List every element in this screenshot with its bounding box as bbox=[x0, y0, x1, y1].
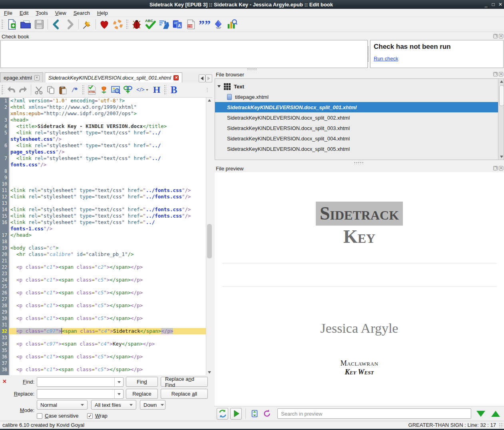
code-line[interactable]: 26 <p class="c1"><span class="c5"></span… bbox=[0, 290, 206, 296]
help-lifebuoy-icon[interactable] bbox=[112, 18, 124, 31]
replace-all-button[interactable]: Replace all bbox=[161, 389, 208, 399]
checkbox-checked-icon[interactable]: ✓ bbox=[87, 413, 93, 419]
check-book-results-list[interactable] bbox=[0, 40, 368, 68]
new-file-icon[interactable] bbox=[6, 18, 18, 31]
reload-preview-icon[interactable] bbox=[262, 408, 272, 419]
spell-check-icon[interactable]: ABC bbox=[144, 18, 157, 31]
code-line[interactable]: 7 <link rel="stylesheet" type="text/css"… bbox=[0, 155, 206, 168]
menu-edit[interactable]: Edit bbox=[16, 9, 32, 17]
close-panel-icon[interactable]: ✕ bbox=[499, 72, 503, 76]
check-book-bug-icon[interactable] bbox=[130, 18, 143, 31]
minimize-button[interactable]: _ bbox=[482, 2, 490, 7]
menu-tools[interactable]: Tools bbox=[32, 9, 51, 17]
code-line[interactable]: 31 bbox=[0, 322, 206, 328]
close-panel-icon[interactable]: ✕ bbox=[499, 166, 503, 170]
smarten-punctuation-icon[interactable]: ”” bbox=[198, 18, 211, 31]
insert-image-icon[interactable] bbox=[110, 84, 122, 96]
maximize-button[interactable]: □ bbox=[490, 2, 497, 7]
code-line[interactable]: 5 <link rel="stylesheet" type="text/css"… bbox=[0, 130, 206, 142]
files-select[interactable]: All text files bbox=[91, 400, 136, 410]
find-button[interactable]: Find bbox=[126, 377, 158, 387]
code-line[interactable]: 22 <p class="c1"><span class="c2"></span… bbox=[0, 264, 206, 270]
code-line[interactable]: 20 <hr class="calibre" id="calibre_pb_1"… bbox=[0, 251, 206, 258]
file-browser-item[interactable]: titlepage.xhtml bbox=[215, 92, 498, 102]
go-back-icon[interactable] bbox=[50, 18, 63, 31]
donate-heart-icon[interactable] bbox=[98, 18, 111, 31]
close-panel-icon[interactable]: ✕ bbox=[499, 34, 503, 38]
file-browser-item[interactable]: SidetrackKeyKINDLEVERSION.docx_split_001… bbox=[215, 102, 498, 112]
run-check-link[interactable]: Run check bbox=[374, 56, 398, 62]
undo-icon[interactable] bbox=[6, 84, 17, 96]
code-line[interactable]: 37 bbox=[0, 360, 206, 366]
code-line[interactable]: 36 <p class="c1"><span class="c5"></span… bbox=[0, 354, 206, 360]
code-line[interactable]: 35 bbox=[0, 347, 206, 354]
file-browser-item[interactable]: SidetrackKeyKINDLEVERSION.docx_split_005… bbox=[215, 144, 498, 154]
file-preview-content[interactable]: Sidetrack Key Jessica Argyle Maclawran K… bbox=[215, 172, 504, 406]
go-forward-icon[interactable] bbox=[64, 18, 76, 31]
code-editor[interactable]: 1<?xml version='1.0' encoding='utf-8'?>2… bbox=[0, 98, 212, 375]
code-line[interactable]: 38 <p class="c1"><span class="c5"></span… bbox=[0, 366, 206, 373]
replace-input[interactable] bbox=[37, 389, 124, 399]
sync-position-icon[interactable] bbox=[249, 408, 260, 419]
render-preview-button[interactable] bbox=[230, 408, 242, 420]
save-icon[interactable] bbox=[33, 18, 46, 31]
tab-split-001[interactable]: SidetrackKeyKINDLEVERSION.docx_split_001… bbox=[45, 72, 182, 82]
code-line[interactable]: 19<body class="c"> bbox=[0, 245, 206, 251]
toolbar-drag-handle[interactable] bbox=[1, 85, 4, 95]
code-line[interactable]: 28 <p class="c1"><span class="c5"></span… bbox=[0, 302, 206, 309]
bookmark-pin-icon[interactable] bbox=[81, 18, 94, 31]
wrap-checkbox[interactable]: ✓ Wrap bbox=[87, 413, 108, 419]
menu-view[interactable]: View bbox=[52, 9, 70, 17]
editor-scrollbar[interactable] bbox=[206, 98, 212, 375]
tab-close-icon[interactable]: ✕ bbox=[173, 75, 179, 80]
file-browser-item[interactable]: SidetrackKeyKINDLEVERSION.docx_split_002… bbox=[215, 112, 498, 123]
scroll-down-icon[interactable] bbox=[206, 370, 212, 375]
replace-and-find-button[interactable]: Replace and Find bbox=[161, 377, 208, 387]
tab-scroll-right-button[interactable] bbox=[205, 74, 212, 82]
beautify-html-icon[interactable]: HTML bbox=[86, 84, 98, 96]
code-line[interactable]: 24 <p class="c1"><span class="c5"></span… bbox=[0, 277, 206, 283]
code-line[interactable]: 34 <p class="c97"><span class="c4">Key</… bbox=[0, 341, 206, 347]
toolbar-drag-handle[interactable] bbox=[82, 85, 85, 95]
special-character-icon[interactable] bbox=[98, 84, 110, 96]
code-line[interactable]: 2<html xmlns="http://www.w3.org/1999/xht… bbox=[0, 104, 206, 117]
scroll-down-icon[interactable] bbox=[498, 154, 504, 160]
fix-html-icon[interactable] bbox=[157, 18, 170, 31]
menu-search[interactable]: Search bbox=[70, 9, 93, 17]
manage-fonts-icon[interactable]: TTF bbox=[185, 18, 197, 31]
file-browser-item[interactable]: SidetrackKeyKINDLEVERSION.docx_split_003… bbox=[215, 123, 498, 133]
float-panel-icon[interactable]: ❐ bbox=[493, 166, 498, 170]
direction-select[interactable]: Down bbox=[140, 400, 165, 410]
window-resize-grip[interactable] bbox=[499, 423, 504, 428]
code-line[interactable]: 15<link rel="stylesheet" type="text/css"… bbox=[0, 213, 206, 219]
cut-icon[interactable] bbox=[33, 84, 44, 96]
float-panel-icon[interactable]: ❐ bbox=[493, 34, 498, 38]
code-line[interactable]: 33 bbox=[0, 334, 206, 341]
bold-icon[interactable]: B bbox=[168, 84, 179, 96]
toolbar-drag-handle[interactable] bbox=[126, 19, 129, 30]
comment-icon[interactable]: /* bbox=[69, 84, 80, 96]
heading-icon[interactable]: H bbox=[151, 84, 162, 96]
toolbar-drag-handle[interactable] bbox=[1, 19, 4, 30]
combo-dropdown-icon[interactable] bbox=[114, 390, 123, 398]
code-line[interactable]: 29 bbox=[0, 309, 206, 315]
checkbox-icon[interactable] bbox=[37, 413, 42, 419]
code-line[interactable]: 32 <p class="c97"><span class="c4">Sidet… bbox=[0, 328, 206, 334]
code-line[interactable]: 13 bbox=[0, 200, 206, 206]
code-line[interactable]: 23 bbox=[0, 270, 206, 277]
redo-icon[interactable] bbox=[18, 84, 29, 96]
code-line[interactable]: 14<link rel="stylesheet" type="text/css"… bbox=[0, 206, 206, 213]
scroll-up-icon[interactable] bbox=[206, 98, 212, 103]
code-line[interactable]: 6 <link rel="stylesheet" type="text/css"… bbox=[0, 142, 206, 155]
auto-refresh-button[interactable] bbox=[217, 408, 228, 420]
find-input[interactable] bbox=[37, 377, 124, 387]
expand-arrow-icon[interactable] bbox=[217, 85, 221, 88]
code-line[interactable]: 18 bbox=[0, 238, 206, 245]
insert-tag-icon[interactable]: </> bbox=[134, 84, 150, 96]
close-button[interactable]: ✕ bbox=[497, 2, 504, 7]
code-line[interactable]: 10 bbox=[0, 181, 206, 187]
replace-button[interactable]: Replace bbox=[126, 389, 158, 399]
remove-unused-css-icon[interactable] bbox=[212, 18, 225, 31]
code-line[interactable]: 11<link rel="stylesheet" type="text/css"… bbox=[0, 187, 206, 194]
arrange-files-icon[interactable]: A bbox=[171, 18, 184, 31]
